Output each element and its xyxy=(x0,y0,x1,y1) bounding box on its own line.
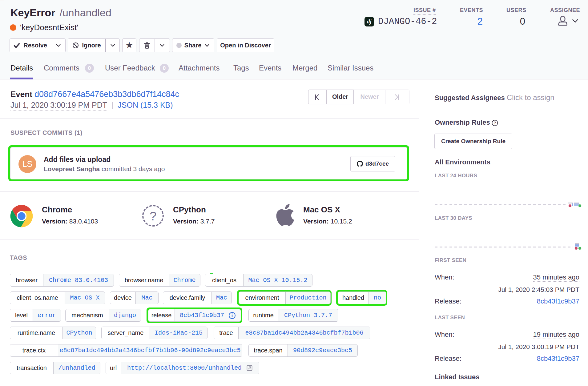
svg-text:?: ? xyxy=(494,121,496,125)
